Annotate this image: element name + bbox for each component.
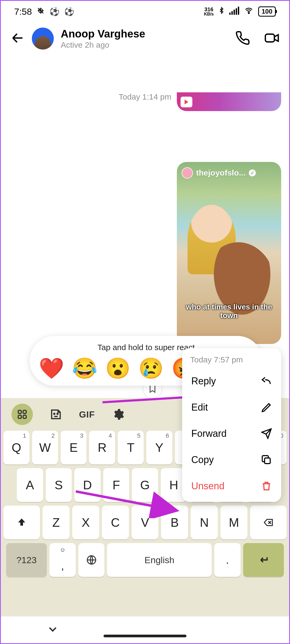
svg-rect-4	[236, 8, 237, 15]
svg-rect-10	[265, 458, 270, 464]
home-indicator[interactable]	[104, 635, 186, 637]
svg-rect-1	[229, 13, 231, 15]
key-space[interactable]: English	[107, 543, 212, 577]
key-a[interactable]: A	[17, 468, 43, 502]
shared-reel[interactable]: thejoyofslo... ✓ who at times lives in t…	[177, 162, 281, 344]
key-y[interactable]: Y6	[146, 431, 172, 464]
soccer-icon: ⚽	[64, 7, 74, 16]
reel-avatar	[182, 167, 193, 179]
emoji-hint-icon: ☺	[60, 546, 66, 553]
bluetooth-icon	[218, 6, 225, 17]
svg-rect-13	[23, 410, 26, 414]
context-menu: Today 7:57 pm Reply Edit Forward Copy Un…	[182, 348, 281, 502]
react-wow[interactable]: 😮	[105, 356, 131, 380]
svg-point-16	[54, 413, 55, 414]
menu-unsend[interactable]: Unsend	[190, 473, 273, 499]
key-enter[interactable]	[243, 543, 284, 577]
avatar[interactable]	[32, 28, 54, 50]
wifi-icon	[244, 6, 254, 17]
status-bar: 7:58 ⚽ ⚽ 316 KB/s 100	[1, 1, 289, 22]
pencil-icon	[261, 402, 272, 413]
kb-sticker-icon[interactable]	[48, 408, 64, 421]
react-heart[interactable]: ❤️	[39, 356, 64, 380]
key-r[interactable]: R4	[89, 431, 115, 464]
back-icon[interactable]	[10, 31, 25, 46]
react-laugh[interactable]: 😂	[72, 356, 97, 380]
key-z[interactable]: Z	[43, 506, 70, 539]
context-timestamp: Today 7:57 pm	[190, 355, 273, 364]
menu-edit[interactable]: Edit	[190, 394, 273, 421]
key-e[interactable]: E3	[61, 431, 87, 464]
kb-apps-icon[interactable]	[12, 404, 33, 425]
svg-rect-5	[238, 7, 239, 15]
contact-name[interactable]: Anoop Varghese	[61, 28, 228, 40]
svg-point-17	[57, 413, 58, 414]
key-m[interactable]: M	[220, 506, 247, 539]
key-w[interactable]: W2	[32, 431, 58, 464]
menu-copy[interactable]: Copy	[190, 447, 273, 473]
verified-icon: ✓	[249, 169, 256, 176]
key-s[interactable]: S	[46, 468, 72, 502]
kb-settings-icon[interactable]	[110, 408, 126, 421]
svg-rect-3	[234, 10, 235, 15]
key-q[interactable]: Q1	[3, 431, 29, 464]
key-n[interactable]: N	[191, 506, 218, 539]
reel-username: thejoyofslo...	[196, 168, 246, 177]
play-icon	[181, 97, 192, 107]
clock-text: 7:58	[14, 6, 32, 17]
key-symbols[interactable]: ?123	[6, 543, 47, 577]
svg-rect-7	[265, 34, 274, 42]
svg-point-6	[248, 12, 249, 13]
svg-rect-12	[18, 410, 21, 414]
svg-rect-2	[231, 11, 233, 15]
key-shift[interactable]	[3, 506, 40, 539]
key-t[interactable]: T5	[118, 431, 144, 464]
nav-bar	[1, 616, 289, 643]
kb-gif-button[interactable]: GIF	[79, 409, 95, 420]
no-location-icon	[37, 6, 45, 17]
shared-media-preview[interactable]	[177, 92, 281, 111]
reply-icon	[261, 376, 272, 387]
svg-rect-14	[18, 415, 21, 418]
annotation-arrow	[76, 489, 183, 518]
soccer-icon: ⚽	[49, 7, 59, 16]
chat-header: Anoop Varghese Active 2h ago	[1, 22, 289, 58]
svg-line-11	[76, 491, 175, 510]
cellular-icon	[229, 6, 239, 17]
network-speed: 316 KB/s	[204, 7, 214, 16]
key-language[interactable]	[78, 543, 105, 577]
key-backspace[interactable]	[250, 506, 287, 539]
svg-rect-15	[23, 415, 26, 418]
chevron-down-icon[interactable]	[46, 623, 59, 637]
key-period[interactable]: .	[214, 543, 241, 577]
copy-icon	[261, 454, 272, 465]
battery-indicator: 100	[258, 6, 276, 17]
menu-reply[interactable]: Reply	[190, 368, 273, 394]
phone-icon[interactable]	[235, 31, 250, 47]
trash-icon	[261, 480, 272, 492]
react-sad[interactable]: 😢	[138, 356, 164, 380]
menu-forward[interactable]: Forward	[190, 421, 273, 447]
video-icon[interactable]	[264, 30, 280, 47]
reel-caption: who at times lives in the town	[177, 303, 281, 320]
key-comma[interactable]: ☺ ,	[49, 543, 76, 577]
active-status: Active 2h ago	[61, 40, 228, 50]
send-icon	[261, 428, 272, 439]
